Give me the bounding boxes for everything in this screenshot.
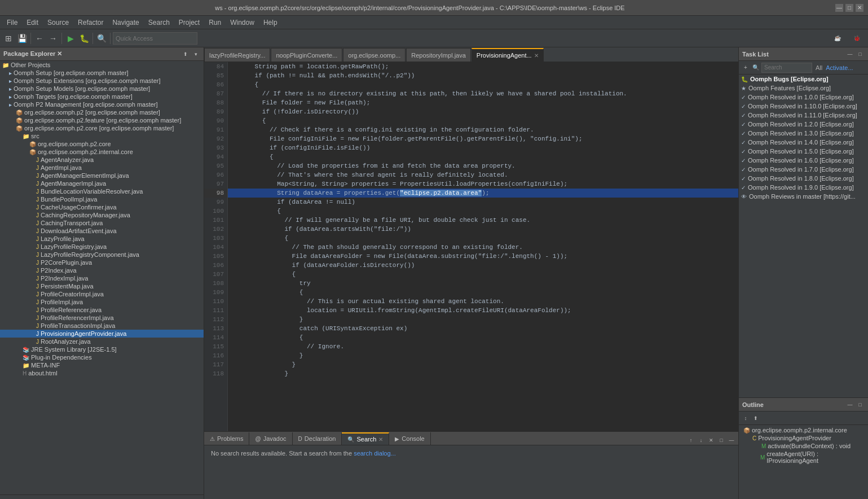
bottom-toolbar-btn[interactable]: ↓ xyxy=(697,436,706,445)
task-list-item[interactable]: ✓Oomph Resolved in 1.2.0 [Eclipse.org] xyxy=(739,120,868,129)
code-line[interactable]: location = URIUtil.fromString(AgentImpl.… xyxy=(228,306,738,315)
code-line[interactable]: } xyxy=(228,360,738,369)
menu-file[interactable]: File xyxy=(2,17,22,28)
code-line[interactable]: File dataAreaFolder = new File(dataArea.… xyxy=(228,252,738,261)
pkg-tree-item[interactable]: JLazyProfileRegistry.java xyxy=(0,243,204,251)
task-search-input[interactable] xyxy=(761,63,812,73)
pkg-tree-item[interactable]: Habout.html xyxy=(0,369,204,377)
tab-close-button[interactable]: ✕ xyxy=(534,52,539,59)
code-line[interactable]: // Load the properties from it and fetch… xyxy=(228,161,738,170)
code-line[interactable]: { xyxy=(228,207,738,216)
task-list-item[interactable]: ✓Oomph Resolved in 1.7.0 [Eclipse.org] xyxy=(739,165,868,174)
code-line[interactable]: // Check if there is a config.ini existi… xyxy=(228,125,738,134)
task-list-item[interactable]: 👁Oomph Reviews in master [https://git... xyxy=(739,192,868,201)
forward-button[interactable]: → xyxy=(47,32,59,45)
new-button[interactable]: ⊞ xyxy=(2,32,15,45)
code-line[interactable]: // The path should generally correspond … xyxy=(228,243,738,252)
outline-minimize-button[interactable]: — xyxy=(845,400,854,409)
pkg-tree-item[interactable]: JCachingRepositoryManager.java xyxy=(0,211,204,219)
pkg-tree-item[interactable]: 📚Plug-in Dependencies xyxy=(0,353,204,361)
task-list-item[interactable]: ✓Oomph Resolved in 1.0.0 [Eclipse.org] xyxy=(739,93,868,102)
menu-refactor[interactable]: Refactor xyxy=(73,17,108,28)
search-toolbar-button[interactable]: 🔍 xyxy=(95,32,108,45)
code-line[interactable]: catch (URISyntaxException ex) xyxy=(228,324,738,333)
run-button[interactable]: ▶ xyxy=(64,32,77,45)
task-activate-link[interactable]: Activate... xyxy=(826,64,853,71)
code-line[interactable]: { xyxy=(228,80,738,89)
code-line[interactable]: { xyxy=(228,270,738,279)
code-line[interactable]: // This is our actual existing shared ag… xyxy=(228,297,738,306)
pkg-tree-item[interactable]: ▸Oomph P2 Management [org.eclipse.oomph … xyxy=(0,100,204,108)
code-line[interactable]: if (dataArea != null) xyxy=(228,198,738,207)
bottom-tab[interactable]: 🔍Search✕ xyxy=(342,432,389,445)
code-line[interactable]: if (configIniFile.isFile()) xyxy=(228,143,738,152)
outline-sort-button[interactable]: ↕ xyxy=(741,414,750,423)
bottom-tab[interactable]: ⚠Problems xyxy=(204,432,249,445)
code-line[interactable]: if (path != null && path.endsWith("/..p2… xyxy=(228,71,738,80)
pkg-tree-item[interactable]: JBundleLocationVariableResolver.java xyxy=(0,187,204,195)
code-line[interactable]: // Ignore. xyxy=(228,342,738,351)
menu-help[interactable]: Help xyxy=(259,17,282,28)
pkg-tree-item[interactable]: JProfileImpl.java xyxy=(0,298,204,306)
menu-source[interactable]: Source xyxy=(43,17,73,28)
menu-navigate[interactable]: Navigate xyxy=(108,17,143,28)
code-line[interactable]: // If will generally be a file URI, but … xyxy=(228,216,738,225)
code-content[interactable]: String path = location.getRawPath(); if … xyxy=(228,62,738,431)
pkg-tree-item[interactable]: ▸Oomph Targets [org.eclipse.oomph master… xyxy=(0,93,204,100)
code-line[interactable]: try xyxy=(228,279,738,288)
pkg-tree-item[interactable]: JAgentImpl.java xyxy=(0,164,204,172)
editor-tab[interactable]: RepositoryImpl.java xyxy=(406,48,471,62)
pkg-menu-button[interactable]: ▾ xyxy=(191,50,200,59)
code-line[interactable]: if (dataAreaFolder.isDirectory()) xyxy=(228,261,738,270)
task-filter-button[interactable]: 🔍 xyxy=(751,63,760,72)
pkg-tree-item[interactable]: JLazyProfileRegistryComponent.java xyxy=(0,251,204,259)
outline-tree-item[interactable]: CProvisioningAgentProvider xyxy=(739,434,868,442)
menu-run[interactable]: Run xyxy=(204,17,226,28)
pkg-tree-item[interactable]: JCachingTransport.java xyxy=(0,219,204,227)
bottom-tab[interactable]: DDeclaration xyxy=(293,432,342,445)
code-line[interactable]: { xyxy=(228,152,738,161)
task-list-item[interactable]: ✓Oomph Resolved in 1.5.0 [Eclipse.org] xyxy=(739,147,868,156)
code-line[interactable]: } xyxy=(228,315,738,324)
task-list-item[interactable]: ✓Oomph Resolved in 1.10.0 [Eclipse.org] xyxy=(739,102,868,111)
task-filter-all[interactable]: All xyxy=(816,64,822,71)
task-list-tree[interactable]: 🐛Oomph Bugs [Eclipse.org]★Oomph Features… xyxy=(739,75,868,397)
menu-window[interactable]: Window xyxy=(226,17,259,28)
quick-access-input[interactable] xyxy=(113,32,197,45)
bottom-tab-close[interactable]: ✕ xyxy=(378,436,383,443)
task-list-item[interactable]: ★Oomph Features [Eclipse.org] xyxy=(739,84,868,93)
editor-tab[interactable]: org.eclipse.oomp... xyxy=(343,48,406,62)
outline-tree-item[interactable]: 📦org.eclipse.oomph.p2.internal.core xyxy=(739,426,868,434)
pkg-tree-item[interactable]: ▸Oomph Setup Models [org.eclipse.oomph m… xyxy=(0,85,204,93)
menu-search[interactable]: Search xyxy=(144,17,174,28)
pkg-tree-item[interactable]: 📦org.eclipse.oomph.p2.internal.core xyxy=(0,148,204,156)
pkg-tree-item[interactable]: JProvisioningAgentProvider.java xyxy=(0,330,204,338)
pkg-tree-item[interactable]: JPersistentMap.java xyxy=(0,282,204,290)
perspective-java-button[interactable]: ☕ xyxy=(829,32,847,45)
pkg-tree-item[interactable]: 📦org.eclipse.oomph.p2.core xyxy=(0,140,204,148)
editor-tab[interactable]: lazyProfileRegistry... xyxy=(204,48,270,62)
code-line[interactable]: } xyxy=(228,369,738,378)
task-list-item[interactable]: ✓Oomph Resolved in 1.6.0 [Eclipse.org] xyxy=(739,156,868,165)
minimize-button[interactable]: — xyxy=(835,4,843,12)
debug-button[interactable]: 🐛 xyxy=(78,32,90,45)
bottom-toolbar-btn[interactable]: — xyxy=(727,436,736,445)
pkg-tree-item[interactable]: JProfileTransactionImpl.java xyxy=(0,322,204,330)
pkg-tree-item[interactable]: JP2IndexImpl.java xyxy=(0,274,204,282)
close-button[interactable]: ✕ xyxy=(856,4,863,12)
package-tree[interactable]: 📁Other Projects▸Oomph Setup [org.eclipse… xyxy=(0,61,204,494)
pkg-tree-item[interactable]: JAgentManagerElementImpl.java xyxy=(0,172,204,180)
task-maximize-button[interactable]: □ xyxy=(856,50,865,59)
pkg-collapse-button[interactable]: ⬆ xyxy=(181,50,190,59)
back-button[interactable]: ← xyxy=(33,32,46,45)
menu-edit[interactable]: Edit xyxy=(22,17,43,28)
outline-tree-item[interactable]: McreateAgent(URI) : IProvisioningAgent xyxy=(739,450,868,465)
pkg-scrollbar[interactable] xyxy=(0,494,204,499)
pkg-tree-item[interactable]: JP2Index.java xyxy=(0,266,204,274)
pkg-tree-item[interactable]: JDownloadArtifactEvent.java xyxy=(0,227,204,235)
perspective-debug-button[interactable]: 🐞 xyxy=(848,32,866,45)
bottom-toolbar-btn[interactable]: □ xyxy=(717,436,726,445)
code-line[interactable]: { xyxy=(228,288,738,297)
code-line[interactable]: if (!folder.isDirectory()) xyxy=(228,107,738,116)
bottom-toolbar-btn[interactable]: ✕ xyxy=(707,436,716,445)
